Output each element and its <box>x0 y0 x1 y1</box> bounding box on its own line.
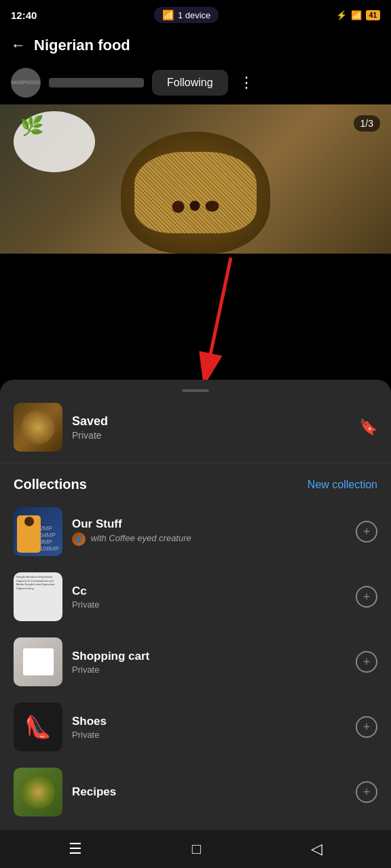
food-background: 🌿 <box>0 104 391 254</box>
cc-thumbnail: Google introduces Expressive Captions to… <box>14 572 62 621</box>
add-to-collection-shoes[interactable]: + <box>356 716 377 738</box>
saved-visibility: Private <box>72 430 350 441</box>
shoes-thumbnail: 👠 <box>14 703 62 751</box>
collection-name-ourstuff: Our Stuff <box>72 517 346 531</box>
list-item[interactable]: Recipes + <box>0 760 391 825</box>
herbs-decoration: 🌿 <box>20 115 44 137</box>
person-head <box>24 517 34 526</box>
collection-sub-shopping: Private <box>72 665 346 675</box>
device-indicator[interactable]: 📶 1 device <box>154 7 219 23</box>
shoes-visual: 👠 <box>24 714 52 740</box>
cc-info: Cc Private <box>72 585 346 610</box>
recipes-thumb-bg <box>14 768 62 816</box>
cc-thumb-text: Google introduces Expressive Captions to… <box>16 575 60 590</box>
wifi-icon: 📶 <box>162 9 174 20</box>
list-item[interactable]: 👠 Shoes Private + <box>0 694 391 760</box>
our-stuff-thumbnail: 2MP64MP8MP108MP <box>14 507 62 556</box>
saved-title: Saved <box>72 414 350 429</box>
our-stuff-thumb-bg: 2MP64MP8MP108MP <box>14 507 62 556</box>
shopping-thumbnail <box>14 637 62 686</box>
username-placeholder <box>49 78 144 87</box>
person-figure <box>17 515 41 553</box>
following-button[interactable]: Following <box>152 70 228 96</box>
collection-name-shoes: Shoes <box>72 715 346 728</box>
device-label: 1 device <box>178 10 210 20</box>
signal-icon: 📶 <box>351 10 362 20</box>
add-to-collection-shopping[interactable]: + <box>356 651 377 673</box>
bluetooth-icon: ⚡ <box>336 10 347 20</box>
profile-row: NIGEFOODS Following ⋮ <box>0 61 391 104</box>
avatar[interactable]: NIGEFOODS <box>11 68 41 98</box>
recipes-thumbnail <box>14 768 62 816</box>
shoes-thumb-bg: 👠 <box>14 703 62 751</box>
cc-thumb-bg: Google introduces Expressive Captions to… <box>14 572 62 621</box>
saved-info: Saved Private <box>72 414 350 441</box>
rice-texture <box>134 152 257 233</box>
saved-thumb-bg <box>14 403 62 452</box>
collections-title: Collections <box>14 477 87 492</box>
red-arrow-annotation <box>176 251 258 400</box>
collection-name-cc: Cc <box>72 585 346 598</box>
camera-specs: 2MP64MP8MP108MP <box>39 526 59 553</box>
list-item[interactable]: Google introduces Expressive Captions to… <box>0 564 391 629</box>
collection-sub-ourstuff: 👤 with Coffee eyed creature <box>72 532 346 546</box>
header: ← Nigerian food <box>0 30 391 61</box>
recipes-food-visual <box>21 775 55 809</box>
page-title: Nigerian food <box>34 37 380 54</box>
nav-bar: ☰ □ ◁ <box>0 830 391 868</box>
list-item[interactable]: Shopping cart Private + <box>0 629 391 694</box>
saved-food-visual <box>21 410 55 444</box>
new-collection-button[interactable]: New collection <box>308 479 377 491</box>
food-image-area: 🌿 1/3 <box>0 104 391 254</box>
back-nav-icon[interactable]: ◁ <box>311 840 322 858</box>
add-to-collection-cc[interactable]: + <box>356 586 377 608</box>
saved-thumbnail <box>14 403 62 452</box>
status-right: ⚡ 📶 41 <box>336 10 380 20</box>
avatar-initials: NIGEFOODS <box>12 80 40 85</box>
bookmark-icon: 🔖 <box>359 418 377 436</box>
collection-name-shopping: Shopping cart <box>72 650 346 663</box>
menu-nav-icon[interactable]: ☰ <box>69 840 82 858</box>
battery-indicator: 41 <box>366 10 380 20</box>
collection-sub-cc: Private <box>72 599 346 610</box>
saved-section[interactable]: Saved Private 🔖 <box>0 392 391 463</box>
our-stuff-info: Our Stuff 👤 with Coffee eyed creature <box>72 517 346 546</box>
collab-text: with Coffee eyed creature <box>91 533 191 543</box>
svg-line-1 <box>204 258 231 387</box>
recipes-info: Recipes <box>72 785 346 799</box>
add-to-collection-ourstuff[interactable]: + <box>356 521 377 542</box>
image-counter: 1/3 <box>354 115 380 132</box>
more-options-button[interactable]: ⋮ <box>236 74 257 92</box>
collection-sub-shoes: Private <box>72 730 346 740</box>
collection-name-recipes: Recipes <box>72 785 346 799</box>
status-bar: 12:40 📶 1 device ⚡ 📶 41 <box>0 0 391 30</box>
time-display: 12:40 <box>11 9 37 21</box>
meat-pieces <box>172 201 219 213</box>
collab-avatar-icon: 👤 <box>72 532 86 546</box>
collections-header: Collections New collection <box>0 463 391 499</box>
shirt-visual <box>23 648 54 675</box>
home-nav-icon[interactable]: □ <box>192 840 201 858</box>
bottom-sheet: Saved Private 🔖 Collections New collecti… <box>0 380 391 868</box>
shoes-info: Shoes Private <box>72 715 346 740</box>
back-button[interactable]: ← <box>11 37 26 54</box>
list-item[interactable]: 2MP64MP8MP108MP Our Stuff 👤 with Coffee … <box>0 499 391 564</box>
shopping-info: Shopping cart Private <box>72 650 346 675</box>
add-to-collection-recipes[interactable]: + <box>356 781 377 803</box>
shopping-thumb-bg <box>14 637 62 686</box>
